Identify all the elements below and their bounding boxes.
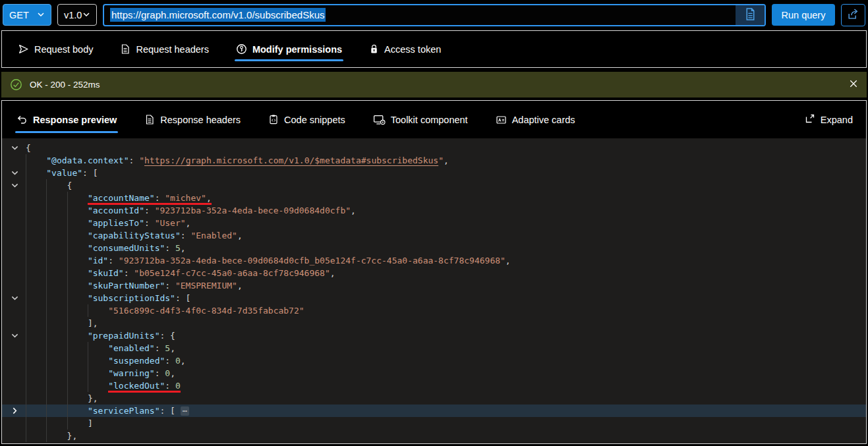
gutter — [2, 392, 26, 404]
fold-collapse-icon[interactable] — [2, 329, 26, 342]
fold-collapse-icon[interactable] — [2, 292, 26, 304]
gutter — [2, 217, 26, 229]
gutter — [2, 342, 26, 354]
code-token: , — [351, 206, 356, 215]
share-button[interactable] — [841, 4, 865, 26]
code-token: , — [330, 268, 335, 278]
code-token: "lockedOut" — [108, 381, 165, 393]
gutter — [2, 267, 26, 279]
indent-guide — [46, 417, 67, 430]
indent-guide — [26, 242, 46, 254]
indent-guide — [46, 392, 67, 404]
indent-guide — [88, 304, 108, 317]
tab-request-body[interactable]: Request body — [16, 31, 94, 67]
gutter — [2, 229, 26, 242]
indent-guide — [26, 267, 46, 279]
tab-code-snippets[interactable]: Code snippets — [267, 101, 347, 138]
code-text: "servicePlans": [ ⋯ — [26, 404, 189, 417]
close-button[interactable] — [849, 79, 858, 90]
indent-guide — [67, 229, 88, 242]
tab-modify-permissions[interactable]: Modify permissions — [235, 31, 343, 67]
indent-guide — [26, 317, 46, 329]
indent-guide — [46, 267, 67, 279]
indent-guide — [88, 367, 108, 379]
indent-guide — [67, 254, 88, 267]
fold-expand-icon[interactable] — [2, 404, 26, 417]
method-label: GET — [9, 10, 29, 20]
code-token: "warning" — [108, 368, 154, 378]
code-token: 5 — [175, 243, 181, 253]
fold-collapse-icon[interactable] — [2, 167, 26, 179]
code-token: , — [170, 343, 175, 353]
code-token: "923712ba-352a-4eda-bece-09d0684d0cfb" — [155, 206, 351, 215]
code-token: , — [206, 193, 212, 205]
code-token: "servicePlans" — [88, 406, 160, 416]
fold-collapse-icon[interactable] — [2, 142, 26, 154]
tab-response-preview[interactable]: Response preview — [15, 101, 118, 138]
code-text: ] — [26, 417, 93, 430]
indent-guide — [46, 304, 67, 317]
indent-guide — [26, 167, 46, 179]
indent-guide — [67, 267, 88, 279]
code-text: "prepaidUnits": { — [26, 329, 175, 342]
url-input[interactable]: https://graph.microsoft.com/v1.0/subscri… — [103, 4, 766, 26]
code-text: "enabled": 5, — [26, 342, 175, 354]
tab-adaptive-cards[interactable]: Adaptive cards — [494, 101, 577, 138]
code-text: "skuPartNumber": "EMSPREMIUM", — [26, 279, 243, 292]
code-token: " — [139, 155, 144, 165]
version-dropdown[interactable]: v1.0 — [57, 4, 97, 26]
code-token: 0 — [175, 356, 181, 366]
indent-guide — [46, 379, 67, 392]
indent-guide — [67, 279, 88, 292]
code-token: { — [67, 181, 72, 190]
indent-guide — [26, 430, 46, 442]
tab-toolkit-component[interactable]: Toolkit component — [372, 101, 469, 138]
indent-guide — [67, 292, 88, 304]
indent-guide — [46, 179, 67, 192]
response-editor[interactable]: {"@odata.context": "https://graph.micros… — [2, 138, 866, 443]
tab-request-headers[interactable]: Request headers — [119, 31, 210, 67]
code-line: "id": "923712ba-352a-4eda-bece-09d0684d0… — [2, 254, 866, 267]
indent-guide — [67, 379, 88, 392]
link-text[interactable]: https://graph.microsoft.com/v1.0/$metada… — [144, 155, 438, 165]
code-token: "consumedUnits" — [88, 243, 165, 253]
gutter — [2, 367, 26, 379]
tab-label: Request headers — [136, 44, 208, 55]
tab-label: Response headers — [160, 115, 241, 125]
code-line: "warning": 0, — [2, 367, 866, 379]
indent-guide — [26, 254, 46, 267]
status-text: OK - 200 - 252ms — [30, 80, 100, 90]
code-token: }, — [67, 431, 78, 441]
folded-region-badge[interactable]: ⋯ — [181, 406, 189, 416]
code-text: "suspended": 0, — [26, 354, 186, 367]
code-token: ], — [88, 318, 98, 328]
run-query-button[interactable]: Run query — [772, 4, 835, 26]
fold-collapse-icon[interactable] — [2, 179, 26, 192]
code-token: 0 — [165, 368, 170, 378]
code-token: "skuPartNumber" — [88, 281, 165, 291]
code-text: ], — [26, 317, 98, 329]
indent-guide — [46, 217, 67, 229]
indent-guide — [26, 154, 46, 167]
check-circle-icon — [10, 78, 22, 91]
gutter — [2, 430, 26, 442]
code-token: : [ — [159, 406, 180, 416]
expand-button[interactable]: Expand — [805, 101, 853, 138]
code-token: , — [186, 218, 191, 228]
tab-response-headers[interactable]: Response headers — [143, 101, 242, 138]
code-text: "lockedOut": 0 — [26, 379, 181, 392]
code-token: : { — [159, 331, 175, 341]
code-text: "skuId": "b05e124f-c7cc-45a0-a6aa-8cf78c… — [26, 267, 335, 279]
document-file-icon — [745, 8, 756, 22]
code-line: "suspended": 0, — [2, 354, 866, 367]
gutter — [2, 417, 26, 430]
code-token: "prepaidUnits" — [88, 331, 160, 341]
chevron-down-icon — [82, 10, 90, 20]
indent-guide — [67, 217, 88, 229]
tab-access-token[interactable]: Access token — [368, 31, 442, 67]
docs-button[interactable] — [736, 5, 765, 25]
document-icon — [120, 43, 130, 55]
method-dropdown[interactable]: GET — [3, 4, 51, 26]
request-tab-strip: Request bodyRequest headersModify permis… — [1, 30, 867, 68]
code-token: : — [124, 268, 134, 278]
